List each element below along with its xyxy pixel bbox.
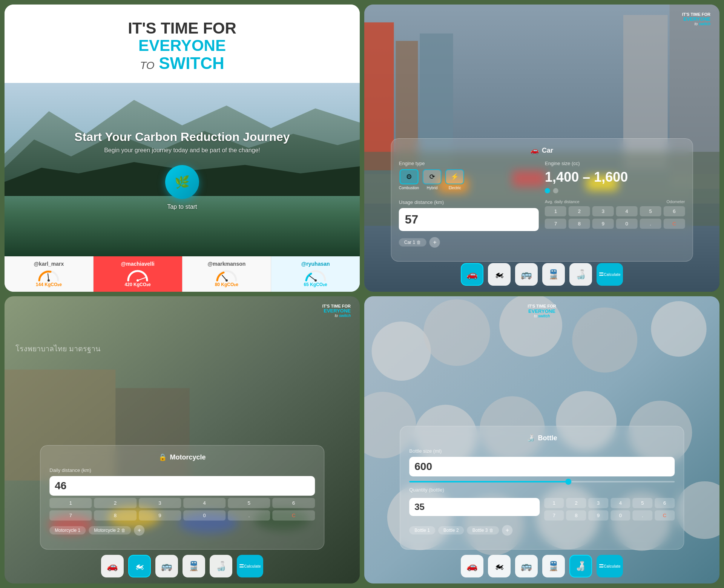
- moto-key-4[interactable]: 4: [183, 498, 225, 508]
- engine-type-section: Engine type ⚙ Combustion ⟳ Hyb: [399, 161, 539, 193]
- key-0[interactable]: 0: [616, 219, 638, 229]
- key-3[interactable]: 3: [592, 206, 614, 216]
- username-1: @karl_marx: [34, 261, 64, 267]
- bottle-tab-1[interactable]: Bottle 1: [409, 526, 435, 534]
- key-dot[interactable]: .: [640, 219, 661, 229]
- bottle-nav-bottle[interactable]: 🍶: [569, 555, 592, 577]
- moto-key-3[interactable]: 3: [139, 498, 181, 508]
- panel2-logo: IT'S TIME FOR EVERYONE to switch: [682, 12, 710, 26]
- nav-bottle[interactable]: 🍶: [569, 263, 592, 286]
- calculate-button[interactable]: = Calculate: [597, 263, 623, 286]
- brand-line4: switch: [159, 54, 224, 72]
- bottle-numpad: 1 2 3 4 5 6 7 8 9 0 . C: [544, 496, 675, 521]
- distance-value[interactable]: 57: [399, 208, 539, 231]
- toggle-dot-1[interactable]: [545, 188, 550, 193]
- moto-key-9[interactable]: 9: [139, 510, 181, 521]
- nav-bus[interactable]: 🚌: [515, 263, 538, 286]
- key-7[interactable]: 7: [545, 219, 566, 229]
- add-car-btn[interactable]: +: [429, 237, 440, 248]
- key-9[interactable]: 9: [592, 219, 614, 229]
- bottle-key-2[interactable]: 2: [566, 498, 586, 508]
- moto-nav-motorcycle[interactable]: 🏍: [128, 555, 151, 577]
- hybrid-option[interactable]: ⟳ Hybrid: [423, 169, 442, 190]
- moto-key-clear[interactable]: C: [273, 510, 315, 521]
- moto-key-8[interactable]: 8: [94, 510, 136, 521]
- user-card-1[interactable]: @karl_marx 144 KgCO₂e: [5, 256, 94, 292]
- slider-thumb[interactable]: [565, 479, 571, 485]
- motorcycle-numpad: 1 2 3 4 5 6 7 8 9 0 . C: [49, 498, 315, 521]
- moto-nav-train[interactable]: 🚆: [183, 555, 205, 577]
- bottle-key-8[interactable]: 8: [566, 510, 586, 521]
- moto-nav-bottle[interactable]: 🍶: [210, 555, 232, 577]
- key-4[interactable]: 4: [616, 206, 638, 216]
- bottle-key-7[interactable]: 7: [544, 510, 564, 521]
- key-8[interactable]: 8: [569, 219, 590, 229]
- bottle-numpad-keys: 1 2 3 4 5 6 7 8 9 0 . C: [544, 498, 675, 521]
- moto-tab-2[interactable]: Motorcycle 2 🗑: [89, 526, 131, 534]
- add-moto-btn[interactable]: +: [134, 525, 144, 536]
- key-5[interactable]: 5: [640, 206, 661, 216]
- key-6[interactable]: 6: [663, 206, 685, 216]
- user-card-4[interactable]: @ryuhasan 65 KgCO₂e: [271, 256, 360, 292]
- bottle-nav-car[interactable]: 🚗: [461, 555, 483, 577]
- bottle-size-value[interactable]: 600: [409, 457, 675, 476]
- bottle-tab-3[interactable]: Bottle 3 🗑: [467, 526, 499, 534]
- moto-nav-bus[interactable]: 🚌: [155, 555, 178, 577]
- moto-key-dot[interactable]: .: [228, 510, 270, 521]
- bottle-nav-bus[interactable]: 🚌: [515, 555, 538, 577]
- toggle-dot-2[interactable]: [553, 188, 558, 193]
- car-tab-1-delete[interactable]: 🗑: [417, 240, 421, 245]
- bottle-slider[interactable]: [409, 481, 675, 482]
- bottle-key-clear[interactable]: C: [655, 510, 675, 521]
- bottle-key-0[interactable]: 0: [610, 510, 630, 521]
- svg-line-6: [222, 275, 227, 280]
- panel-welcome: IT'S TIME FOR EVERYONE to switch: [5, 5, 360, 292]
- moto-tab-1[interactable]: Motorcycle 1: [49, 526, 86, 534]
- electric-option[interactable]: ⚡ Electric: [445, 169, 464, 190]
- mountain-scene: Start Your Carbon Reduction Journey Begi…: [5, 84, 360, 256]
- moto-key-6[interactable]: 6: [273, 498, 315, 508]
- bottle-key-3[interactable]: 3: [588, 498, 608, 508]
- bottle-key-dot[interactable]: .: [633, 510, 653, 521]
- user-card-3[interactable]: @markmanson 80 KgCO₂e: [183, 256, 272, 292]
- nav-car[interactable]: 🚗: [461, 263, 483, 286]
- nav-motorcycle[interactable]: 🏍: [488, 263, 511, 286]
- moto-key-2[interactable]: 2: [94, 498, 136, 508]
- moto-key-7[interactable]: 7: [49, 510, 92, 521]
- moto-key-5[interactable]: 5: [228, 498, 270, 508]
- key-clear[interactable]: C: [663, 219, 685, 229]
- moto-key-1[interactable]: 1: [49, 498, 92, 508]
- user-card-2[interactable]: @machiavelli 420 KgCO₂e: [94, 256, 183, 292]
- svg-line-4: [138, 277, 146, 280]
- panel-car: IT'S TIME FOR EVERYONE to switch 🚗 Car E…: [364, 5, 719, 292]
- bottle-calculate-button[interactable]: = Calculate: [597, 555, 623, 577]
- combustion-option[interactable]: ⚙ Combustion: [399, 169, 419, 190]
- daily-distance-value[interactable]: 46: [49, 476, 315, 496]
- bottle-key-6[interactable]: 6: [655, 498, 675, 508]
- bottle-key-9[interactable]: 9: [588, 510, 608, 521]
- motorcycle-panel-title: 🔒 Motorcycle: [49, 453, 315, 461]
- bottle-key-4[interactable]: 4: [610, 498, 630, 508]
- bottle-tab-2[interactable]: Bottle 2: [438, 526, 464, 534]
- username-3: @markmanson: [207, 261, 245, 267]
- main-grid: IT'S TIME FOR EVERYONE to switch: [0, 0, 724, 588]
- bottle-nav-motorcycle[interactable]: 🏍: [488, 555, 511, 577]
- bottle-tab-3-delete[interactable]: 🗑: [489, 528, 494, 533]
- key-1[interactable]: 1: [545, 206, 566, 216]
- combustion-label: Combustion: [399, 186, 419, 190]
- key-2[interactable]: 2: [569, 206, 590, 216]
- tap-label: Tap to start: [167, 204, 197, 210]
- moto-key-0[interactable]: 0: [183, 510, 225, 521]
- car-tab-1[interactable]: Car 1 🗑: [399, 238, 426, 247]
- start-button[interactable]: 🌿: [165, 165, 199, 199]
- moto-tab-2-delete[interactable]: 🗑: [121, 528, 126, 533]
- bottle-key-1[interactable]: 1: [544, 498, 564, 508]
- quantity-value[interactable]: 35: [409, 498, 540, 516]
- moto-calculate-button[interactable]: = Calculate: [237, 555, 263, 577]
- moto-nav-car[interactable]: 🚗: [101, 555, 124, 577]
- nav-train[interactable]: 🚆: [542, 263, 565, 286]
- add-bottle-btn[interactable]: +: [502, 525, 512, 536]
- electric-label: Electric: [449, 186, 461, 190]
- bottle-key-5[interactable]: 5: [633, 498, 653, 508]
- bottle-nav-train[interactable]: 🚆: [542, 555, 565, 577]
